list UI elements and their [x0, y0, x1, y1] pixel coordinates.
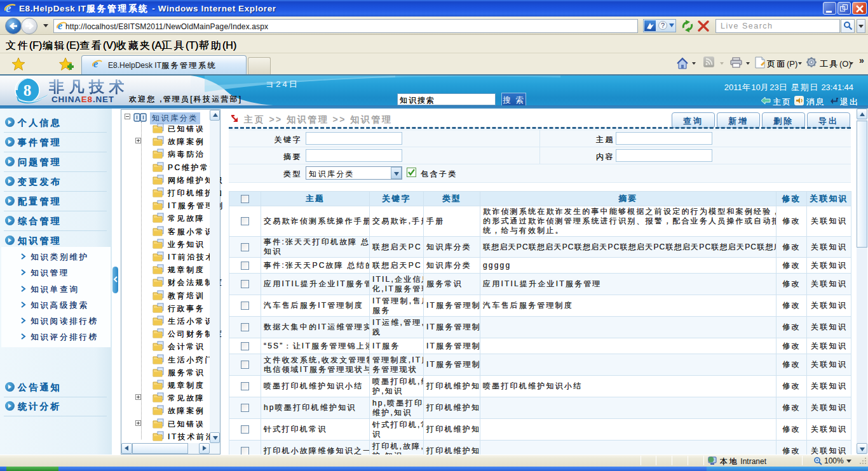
svg-text:e: e	[93, 58, 98, 69]
svg-text:e: e	[6, 2, 11, 14]
svg-text:e: e	[58, 20, 63, 31]
svg-text:8: 8	[24, 82, 32, 99]
